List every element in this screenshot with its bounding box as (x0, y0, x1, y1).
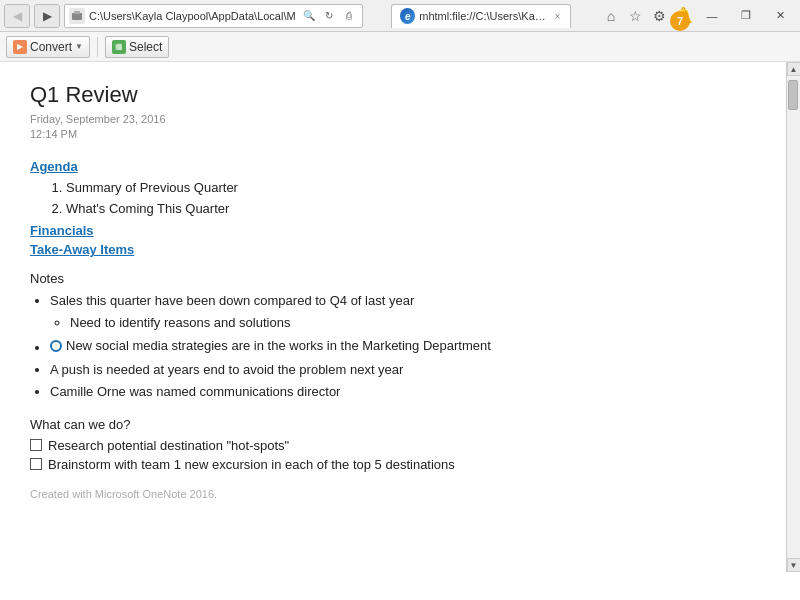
maximize-button[interactable]: ❐ (730, 2, 762, 30)
tab-close-button[interactable]: × (552, 11, 562, 22)
notes-heading: Notes (30, 271, 756, 286)
notes-list: Sales this quarter have been down compar… (50, 290, 756, 403)
checkbox-item-2: Brainstorm with team 1 new excursion in … (30, 457, 756, 472)
tab-section: e mhtml:file://C:\Users\Kayla... × (363, 4, 600, 28)
scrollbar-right[interactable]: ▲ ▼ (786, 62, 800, 572)
browser-content-wrapper: Q1 Review Friday, September 23, 2016 12:… (0, 62, 800, 572)
checkbox-label-2: Brainstorm with team 1 new excursion in … (48, 457, 455, 472)
content-area: Q1 Review Friday, September 23, 2016 12:… (0, 62, 786, 572)
takeaway-link[interactable]: Take-Away Items (30, 242, 756, 257)
scroll-track[interactable] (787, 76, 800, 558)
scroll-thumb[interactable] (788, 80, 798, 110)
toolbar-separator (97, 37, 98, 57)
select-button[interactable]: ▦ Select (105, 36, 169, 58)
what-can-label: What can we do? (30, 417, 756, 432)
title-bar: ◀ ▶ C:\Users\Kayla Claypool\AppData\Loca… (0, 0, 800, 32)
page-date: Friday, September 23, 2016 12:14 PM (30, 112, 756, 143)
svg-rect-0 (72, 13, 82, 20)
footer-text: Created with Microsoft OneNote 2016. (30, 488, 756, 500)
address-text: C:\Users\Kayla Claypool\AppData\Local\M (89, 10, 296, 22)
right-nav: ⌂ ☆ ⚙ 🔔 7 — ❐ ✕ (600, 2, 796, 30)
select-icon: ▦ (112, 40, 126, 54)
checkbox-2[interactable] (30, 458, 42, 470)
page-title: Q1 Review (30, 82, 756, 108)
select-label: Select (129, 40, 162, 54)
svg-rect-1 (74, 11, 80, 14)
active-tab[interactable]: e mhtml:file://C:\Users\Kayla... × (391, 4, 571, 28)
list-item: Camille Orne was named communications di… (50, 381, 756, 403)
checkbox-item-1: Research potential destination "hot-spot… (30, 438, 756, 453)
favorites-icon[interactable]: ☆ (624, 5, 646, 27)
forward-button[interactable]: ▶ (34, 4, 60, 28)
convert-icon: ▶ (13, 40, 27, 54)
address-bar[interactable]: C:\Users\Kayla Claypool\AppData\Local\M … (64, 4, 363, 28)
list-item: New social media strategies are in the w… (50, 335, 756, 359)
list-item: Need to identify reasons and solutions (70, 312, 756, 334)
agenda-list: Summary of Previous Quarter What's Comin… (66, 178, 756, 220)
tab-favicon: e (400, 8, 415, 24)
back-button[interactable]: ◀ (4, 4, 30, 28)
bullet-text: Sales this quarter have been down compar… (50, 293, 414, 308)
address-actions: 🔍 ↻ ⎙ (300, 7, 358, 25)
financials-link[interactable]: Financials (30, 223, 756, 238)
radio-bullet: New social media strategies are in the w… (50, 335, 491, 357)
settings-icon[interactable]: ⚙ (648, 5, 670, 27)
address-icon (69, 8, 85, 24)
agenda-link[interactable]: Agenda (30, 159, 78, 174)
checkbox-1[interactable] (30, 439, 42, 451)
date-line2: 12:14 PM (30, 128, 77, 140)
notification-badge: 7 (670, 11, 690, 31)
tab-label: mhtml:file://C:\Users\Kayla... (419, 10, 548, 22)
scroll-down-arrow[interactable]: ▼ (787, 558, 801, 572)
checkbox-label-1: Research potential destination "hot-spot… (48, 438, 289, 453)
close-button[interactable]: ✕ (764, 2, 796, 30)
convert-label: Convert (30, 40, 72, 54)
home-icon[interactable]: ⌂ (600, 5, 622, 27)
list-item: What's Coming This Quarter (66, 199, 756, 220)
list-item: Summary of Previous Quarter (66, 178, 756, 199)
minimize-button[interactable]: — (696, 2, 728, 30)
convert-button[interactable]: ▶ Convert ▼ (6, 36, 90, 58)
scroll-up-arrow[interactable]: ▲ (787, 62, 801, 76)
list-item: A push is needed at years end to avoid t… (50, 359, 756, 381)
search-icon[interactable]: 🔍 (300, 7, 318, 25)
share-icon[interactable]: ⎙ (340, 7, 358, 25)
notes-section: Notes Sales this quarter have been down … (30, 271, 756, 403)
toolbar: ▶ Convert ▼ ▦ Select (0, 32, 800, 62)
date-line1: Friday, September 23, 2016 (30, 113, 166, 125)
title-bar-left: ◀ ▶ C:\Users\Kayla Claypool\AppData\Loca… (4, 4, 363, 28)
notifications-icon[interactable]: 🔔 7 (672, 5, 694, 27)
refresh-icon[interactable]: ↻ (320, 7, 338, 25)
bullet-text: New social media strategies are in the w… (66, 335, 491, 357)
list-item: Sales this quarter have been down compar… (50, 290, 756, 334)
convert-dropdown-arrow: ▼ (75, 42, 83, 51)
radio-circle-icon (50, 340, 62, 352)
